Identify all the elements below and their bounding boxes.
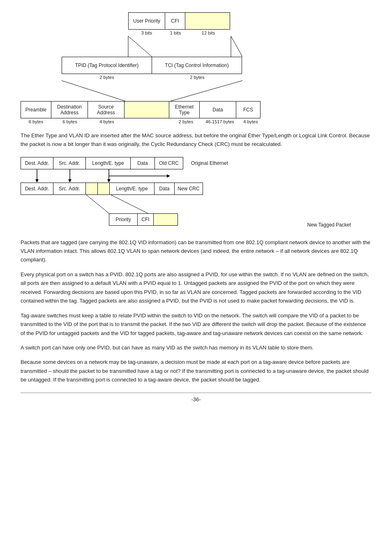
paragraph-5: Because some devices on a network may be… bbox=[21, 358, 371, 384]
mid-boxes: TPID (Tag Protocol Identifier) TCI (Tag … bbox=[62, 57, 371, 74]
tag-field-2 bbox=[97, 183, 110, 195]
priority-section: Priority CFI New Tagged Packet bbox=[21, 195, 371, 226]
tci-row: User Priority CFI 3 bits 1 bits 12 bits bbox=[128, 12, 371, 35]
orig-src: Src. Addr. bbox=[53, 157, 86, 169]
svg-marker-10 bbox=[35, 179, 39, 183]
new-tagged-label: New Tagged Packet bbox=[307, 222, 351, 228]
ethernet-frame: Preamble Destination Address Source Addr… bbox=[21, 101, 371, 124]
paragraph-4: A switch port can have only one PVID, bu… bbox=[21, 343, 371, 352]
tci-boxes: User Priority CFI bbox=[128, 12, 371, 30]
connector-svg-1 bbox=[21, 36, 371, 57]
mid-bytes-row: 2 bytes 2 bytes bbox=[62, 75, 371, 80]
packet-transform-diagram: Dest. Addr. Src. Addr. Length/E. type Da… bbox=[21, 157, 371, 226]
arrow-row-1 bbox=[21, 169, 218, 183]
svg-line-6 bbox=[62, 81, 125, 101]
orig-dest: Dest. Addr. bbox=[21, 157, 53, 169]
new-crc: New CRC bbox=[174, 183, 203, 195]
mid-row: TPID (Tag Protocol Identifier) TCI (Tag … bbox=[62, 57, 371, 80]
new-len: Length/E. type bbox=[109, 183, 154, 195]
tci-label-box: TCI (Tag Control Information) bbox=[152, 57, 242, 74]
orig-crc: Old CRC bbox=[154, 157, 183, 169]
src-addr-cell: Source Address bbox=[88, 101, 125, 118]
svg-line-7 bbox=[171, 81, 242, 101]
tci-bits-row: 3 bits 1 bits 12 bits bbox=[128, 30, 371, 35]
svg-line-18 bbox=[111, 195, 148, 213]
eth-cells: Preamble Destination Address Source Addr… bbox=[21, 101, 371, 118]
data-cell: Data bbox=[199, 101, 236, 118]
vlan-fill-box bbox=[153, 213, 178, 226]
vlan-tag-diagram: User Priority CFI 3 bits 1 bits 12 bits bbox=[21, 12, 371, 124]
main-content: User Priority CFI 3 bits 1 bits 12 bits bbox=[21, 12, 371, 402]
original-eth-row: Dest. Addr. Src. Addr. Length/E. type Da… bbox=[21, 157, 371, 169]
cfi-box-2: CFI bbox=[137, 213, 154, 226]
page-footer: -36- bbox=[21, 393, 371, 402]
svg-line-3 bbox=[128, 36, 152, 57]
vlan-id-box bbox=[185, 12, 230, 30]
preamble-cell: Preamble bbox=[21, 101, 51, 118]
svg-marker-14 bbox=[107, 179, 111, 183]
body-text-section: Packets that are tagged (are carrying th… bbox=[21, 238, 371, 384]
priority-box: Priority bbox=[109, 213, 138, 226]
cfi-box: CFI bbox=[165, 12, 185, 30]
description-paragraph: The Ether Type and VLAN ID are inserted … bbox=[21, 132, 371, 149]
svg-marker-12 bbox=[68, 179, 71, 183]
new-dest: Dest. Addr. bbox=[21, 183, 53, 195]
tpid-box: TPID (Tag Protocol Identifier) bbox=[62, 57, 152, 74]
orig-data: Data bbox=[130, 157, 155, 169]
tag-cell bbox=[124, 101, 169, 118]
orig-cells: Dest. Addr. Src. Addr. Length/E. type Da… bbox=[21, 157, 183, 169]
orig-len: Length/E. type bbox=[85, 157, 131, 169]
svg-line-17 bbox=[86, 195, 109, 213]
page-number: -36- bbox=[191, 396, 201, 402]
new-tagged-row: Dest. Addr. Src. Addr. Length/E. type Da… bbox=[21, 183, 371, 195]
eth-bytes-row: 6 bytes 6 bytes 4 bytes 2 bytes 46-1517 … bbox=[21, 119, 371, 124]
eth-type-cell: Ethernet Type bbox=[169, 101, 200, 118]
paragraph-1: Packets that are tagged (are carrying th… bbox=[21, 238, 371, 264]
new-src: Src. Addr. bbox=[53, 183, 86, 195]
dest-addr-cell: Destination Address bbox=[51, 101, 88, 118]
original-ethernet-label: Original Ethernet bbox=[191, 160, 228, 166]
connector-svg-2 bbox=[21, 81, 371, 101]
paragraph-3: Tag-aware switches must keep a table to … bbox=[21, 311, 371, 338]
new-data: Data bbox=[154, 183, 175, 195]
new-cells: Dest. Addr. Src. Addr. Length/E. type Da… bbox=[21, 183, 203, 195]
user-priority-box: User Priority bbox=[128, 12, 165, 30]
fcs-cell: FCS bbox=[236, 101, 261, 118]
svg-line-4 bbox=[231, 36, 242, 57]
svg-marker-16 bbox=[167, 174, 170, 178]
paragraph-2: Every physical port on a switch has a PV… bbox=[21, 270, 371, 305]
tag-field-1 bbox=[85, 183, 98, 195]
